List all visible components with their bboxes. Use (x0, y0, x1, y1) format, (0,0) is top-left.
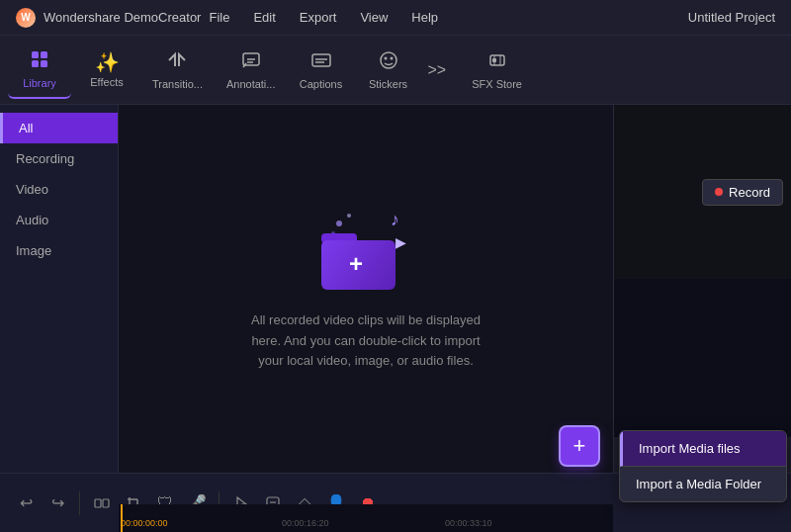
title-bar: W Wondershare DemoCreator File Edit Expo… (0, 0, 791, 36)
project-title: Untitled Project (688, 10, 775, 25)
toolbar-transitions-label: Transitio... (152, 78, 203, 90)
toolbar: Library ✨ Effects Transitio... Annotati.… (0, 36, 791, 105)
svg-rect-27 (103, 499, 109, 507)
media-empty-text: All recorded video clips will be display… (237, 310, 494, 372)
preview-screen (614, 279, 791, 437)
toolbar-more[interactable]: >> (424, 57, 451, 83)
sidebar: All Recording Video Audio Image (0, 105, 119, 473)
svg-text:+: + (349, 250, 363, 277)
toolbar-transitions[interactable]: Transitio... (142, 42, 213, 99)
folder-illustration: ♪ ▶ + (311, 206, 420, 295)
media-placeholder: ♪ ▶ + All recor (237, 206, 494, 372)
media-area[interactable]: ♪ ▶ + All recor (119, 105, 613, 473)
toolbar-library[interactable]: Library (8, 42, 71, 99)
svg-rect-2 (32, 60, 39, 67)
timeline-row: 00:00:00:00 00:00:16:20 00:00:33:10 (119, 504, 613, 532)
sidebar-item-all[interactable]: All (0, 113, 118, 143)
timeline-cursor-time: 00:00:00:00 (121, 518, 168, 528)
plus-icon: + (573, 433, 586, 459)
svg-rect-8 (312, 54, 330, 66)
undo-button[interactable]: ↩ (12, 489, 40, 517)
record-button[interactable]: Record (702, 179, 783, 206)
redo-button[interactable]: ↪ (44, 489, 71, 517)
menu-export[interactable]: Export (300, 10, 337, 25)
svg-text:♪: ♪ (391, 210, 399, 229)
title-bar-left: W Wondershare DemoCreator File Edit Expo… (16, 8, 438, 28)
sidebar-item-image[interactable]: Image (0, 235, 118, 266)
stickers-icon (378, 49, 399, 74)
import-dropdown: Import Media files Import a Media Folder (619, 430, 787, 502)
toolbar-library-label: Library (23, 77, 56, 89)
menu-edit[interactable]: Edit (253, 10, 275, 25)
title-bar-menu: File Edit Export View Help (209, 10, 438, 25)
toolbar-captions[interactable]: Captions (290, 42, 353, 99)
svg-rect-26 (95, 499, 101, 507)
sfxstore-icon (486, 49, 508, 74)
preview-panel: Record 📷 ◀ ▶ (613, 105, 791, 473)
captions-icon (310, 49, 332, 74)
timeline-cursor-line (121, 504, 123, 532)
main-content: All Recording Video Audio Image ♪ ▶ (0, 105, 791, 473)
timeline-marker-1: 00:00:16:20 (282, 518, 329, 528)
sidebar-item-audio[interactable]: Audio (0, 205, 118, 235)
toolbar-effects[interactable]: ✨ Effects (75, 42, 138, 99)
record-label: Record (729, 185, 770, 200)
menu-help[interactable]: Help (411, 10, 438, 25)
library-icon (29, 48, 50, 73)
toolbar-stickers[interactable]: Stickers (357, 42, 420, 99)
svg-point-21 (347, 214, 351, 218)
transitions-icon (166, 49, 188, 74)
effects-icon: ✨ (95, 52, 120, 72)
import-media-folder[interactable]: Import a Media Folder (620, 467, 786, 501)
app-name: Wondershare DemoCreator (44, 10, 201, 25)
menu-view[interactable]: View (360, 10, 388, 25)
svg-text:▶: ▶ (396, 234, 406, 250)
split-button[interactable] (88, 489, 116, 517)
toolbar-sfxstore-label: SFX Store (472, 78, 522, 90)
import-plus-button[interactable]: + (561, 427, 598, 465)
timeline-ruler: 00:00:00:00 00:00:16:20 00:00:33:10 (119, 504, 613, 532)
svg-point-20 (336, 221, 342, 226)
svg-rect-17 (492, 58, 496, 62)
toolbar-stickers-label: Stickers (369, 78, 407, 90)
annotations-icon (240, 49, 262, 74)
toolbar-captions-label: Captions (300, 78, 342, 90)
separator-1 (79, 491, 80, 515)
svg-point-12 (384, 57, 387, 60)
svg-rect-3 (41, 60, 47, 67)
import-media-files[interactable]: Import Media files (620, 431, 786, 467)
toolbar-sfxstore[interactable]: SFX Store (462, 42, 532, 99)
menu-file[interactable]: File (209, 10, 229, 25)
svg-point-11 (381, 52, 396, 68)
svg-point-13 (390, 57, 393, 60)
svg-rect-1 (41, 51, 47, 58)
toolbar-effects-label: Effects (90, 76, 123, 88)
toolbar-annotations-label: Annotati... (226, 78, 276, 90)
app-logo: W (16, 8, 36, 28)
timeline-marker-2: 00:00:33:10 (445, 518, 492, 528)
record-dot (715, 188, 723, 196)
sidebar-item-video[interactable]: Video (0, 174, 118, 205)
sidebar-item-recording[interactable]: Recording (0, 143, 118, 174)
preview-top: Record (614, 105, 791, 279)
toolbar-annotations[interactable]: Annotati... (217, 42, 286, 99)
svg-rect-0 (32, 51, 39, 58)
